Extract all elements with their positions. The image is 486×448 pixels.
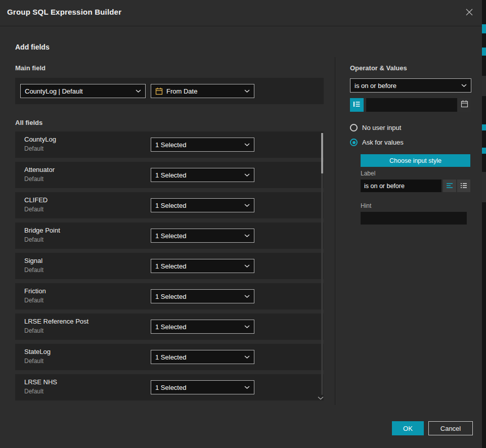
chevron-down-icon bbox=[244, 295, 250, 298]
field-name: Friction bbox=[24, 287, 46, 295]
main-field-panel: CountyLog | Default From Date bbox=[15, 78, 324, 104]
field-name: CountyLog bbox=[24, 136, 56, 143]
dialog-header: Group SQL Expression Builder bbox=[0, 0, 482, 26]
screen: Group SQL Expression Builder Add fields … bbox=[0, 0, 486, 448]
field-type: Default bbox=[24, 206, 43, 213]
field-selected-dropdown[interactable]: 1 Selected bbox=[151, 168, 254, 182]
field-list-icon bbox=[353, 101, 361, 110]
close-icon bbox=[465, 8, 473, 18]
scroll-down-icon[interactable] bbox=[318, 396, 324, 400]
field-name: LRSE NHS bbox=[24, 378, 57, 386]
radio-selected-icon bbox=[350, 139, 358, 146]
chevron-down-icon bbox=[136, 89, 141, 93]
hint-input[interactable] bbox=[361, 212, 467, 225]
field-row: StateLog Default 1 Selected bbox=[15, 344, 324, 370]
field-selected-dropdown[interactable]: 1 Selected bbox=[151, 198, 254, 212]
field-row: Bridge Point Default 1 Selected bbox=[15, 222, 324, 249]
field-selected-value: 1 Selected bbox=[155, 384, 241, 391]
field-selected-value: 1 Selected bbox=[155, 323, 241, 331]
ok-button[interactable]: OK bbox=[392, 421, 424, 435]
field-selected-dropdown[interactable]: 1 Selected bbox=[151, 259, 254, 273]
date-value-input[interactable] bbox=[366, 98, 457, 112]
scrollbar-thumb[interactable] bbox=[321, 133, 323, 173]
field-row: LRSE Reference Post Default 1 Selected bbox=[15, 313, 324, 340]
field-row: CLIFED Default 1 Selected bbox=[15, 192, 324, 218]
no-user-input-radio[interactable]: No user input bbox=[350, 124, 401, 131]
chevron-down-icon bbox=[244, 325, 250, 328]
background-app-edge bbox=[482, 0, 486, 448]
group-sql-expression-builder-dialog: Group SQL Expression Builder Add fields … bbox=[0, 0, 482, 448]
list-scrollbar[interactable] bbox=[321, 133, 323, 395]
all-fields-label: All fields bbox=[15, 119, 42, 126]
label-caption: Label bbox=[361, 170, 375, 177]
input-style-text-toggle[interactable] bbox=[443, 180, 456, 192]
operator-dropdown[interactable]: is on or before bbox=[350, 78, 471, 93]
main-layer-dropdown[interactable]: CountyLog | Default bbox=[20, 84, 146, 98]
date-picker-button[interactable] bbox=[458, 98, 471, 112]
chevron-down-icon bbox=[244, 204, 250, 207]
main-date-field-dropdown[interactable]: From Date bbox=[151, 84, 254, 98]
input-style-list-toggle[interactable] bbox=[457, 180, 470, 192]
choose-input-style-button[interactable]: Choose input style bbox=[361, 154, 470, 167]
field-name: StateLog bbox=[24, 348, 51, 355]
chevron-down-icon bbox=[244, 234, 250, 237]
chevron-down-icon bbox=[244, 143, 250, 146]
chevron-down-icon bbox=[244, 173, 250, 176]
main-field-label: Main field bbox=[15, 64, 46, 72]
column-divider bbox=[335, 57, 335, 405]
list-icon bbox=[460, 182, 467, 191]
field-row: CountyLog Default 1 Selected bbox=[15, 131, 324, 158]
cancel-button[interactable]: Cancel bbox=[428, 421, 473, 435]
chevron-down-icon bbox=[244, 264, 250, 267]
field-selected-dropdown[interactable]: 1 Selected bbox=[151, 289, 254, 303]
field-selected-dropdown[interactable]: 1 Selected bbox=[151, 138, 254, 152]
radio-unselected-icon bbox=[350, 124, 358, 131]
value-input-row bbox=[350, 98, 471, 112]
hint-caption: Hint bbox=[361, 202, 371, 209]
operator-dropdown-value: is on or before bbox=[355, 82, 458, 89]
no-user-input-label: No user input bbox=[362, 124, 401, 131]
chevron-down-icon bbox=[461, 84, 467, 87]
label-input[interactable] bbox=[361, 180, 441, 192]
field-selected-value: 1 Selected bbox=[155, 171, 241, 179]
field-row: LRSE NHS Default 1 Selected bbox=[15, 374, 324, 400]
set-from-field-button[interactable] bbox=[350, 98, 364, 112]
field-selected-value: 1 Selected bbox=[155, 232, 241, 240]
field-selected-value: 1 Selected bbox=[155, 353, 241, 361]
field-name: Bridge Point bbox=[24, 227, 60, 234]
field-type: Default bbox=[24, 327, 43, 334]
dialog-title: Group SQL Expression Builder bbox=[7, 8, 121, 16]
field-name: LRSE Reference Post bbox=[24, 318, 89, 325]
main-date-field-value: From Date bbox=[166, 87, 241, 95]
ask-for-values-radio[interactable]: Ask for values bbox=[350, 139, 404, 146]
main-layer-dropdown-value: CountyLog | Default bbox=[25, 87, 132, 95]
field-type: Default bbox=[24, 388, 43, 395]
field-type: Default bbox=[24, 145, 43, 152]
calendar-icon bbox=[155, 87, 163, 95]
field-selected-value: 1 Selected bbox=[155, 293, 241, 300]
ask-for-values-label: Ask for values bbox=[362, 139, 404, 146]
field-row: Signal Default 1 Selected bbox=[15, 253, 324, 279]
field-selected-dropdown[interactable]: 1 Selected bbox=[151, 350, 254, 364]
field-selected-value: 1 Selected bbox=[155, 262, 241, 270]
field-selected-dropdown[interactable]: 1 Selected bbox=[151, 380, 254, 394]
calendar-icon bbox=[461, 100, 468, 110]
field-name: Attenuator bbox=[24, 166, 55, 173]
chevron-down-icon bbox=[244, 355, 250, 359]
close-button[interactable] bbox=[464, 8, 475, 19]
field-type: Default bbox=[24, 236, 43, 243]
operator-values-heading: Operator & Values bbox=[350, 64, 407, 72]
field-selected-value: 1 Selected bbox=[155, 141, 241, 149]
field-name: CLIFED bbox=[24, 196, 48, 204]
field-selected-dropdown[interactable]: 1 Selected bbox=[151, 229, 254, 243]
field-type: Default bbox=[24, 175, 43, 183]
field-row: Friction Default 1 Selected bbox=[15, 283, 324, 309]
chevron-down-icon bbox=[244, 89, 250, 93]
field-selected-value: 1 Selected bbox=[155, 202, 241, 209]
label-input-row bbox=[361, 180, 470, 192]
field-row: Attenuator Default 1 Selected bbox=[15, 162, 324, 188]
all-fields-list: CountyLog Default 1 Selected Attenuator … bbox=[15, 131, 324, 405]
add-fields-heading: Add fields bbox=[15, 43, 50, 51]
chevron-down-icon bbox=[244, 386, 250, 389]
field-selected-dropdown[interactable]: 1 Selected bbox=[151, 320, 254, 334]
